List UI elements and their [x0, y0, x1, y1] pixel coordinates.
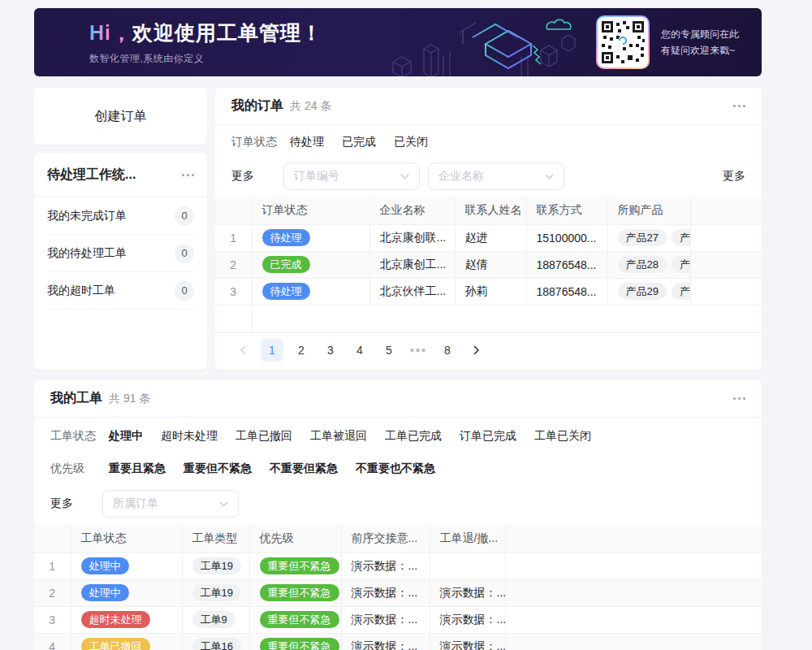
banner-title-hi: Hi	[89, 21, 111, 44]
pagination-page-5[interactable]: 5	[378, 339, 400, 362]
filter-option-important-not-urgent[interactable]: 重要但不紧急	[184, 462, 252, 476]
qr-code[interactable]	[596, 15, 650, 69]
stats-card-title: 待处理工作统...	[47, 167, 136, 184]
row-index: 1	[215, 224, 252, 251]
pagination-page-4[interactable]: 4	[348, 339, 371, 362]
retreat-cell	[430, 552, 505, 579]
filter-option-returned[interactable]: 工单被退回	[310, 429, 367, 444]
ticket-row[interactable]: 3 超时未处理 工单9 重要但不紧急 演示数据：... 演示数据：...	[34, 606, 762, 633]
order-row[interactable]: 1 待处理 北京康创联... 赵进 15100000... 产品27产	[215, 224, 762, 251]
pagination-page-2[interactable]: 2	[290, 339, 313, 362]
orders-more-right-link[interactable]: 更多	[723, 169, 745, 184]
pagination-ellipsis-icon[interactable]: ●●●	[407, 339, 430, 362]
row-index: 4	[34, 633, 71, 650]
contact-cell: 赵进	[455, 224, 526, 251]
orders-panel-title: 我的订单	[231, 98, 283, 115]
product-tag-clipped: 产	[672, 256, 690, 273]
extra-cell	[690, 251, 762, 278]
priority-badge: 重要但不紧急	[260, 557, 339, 574]
extra-cell	[505, 579, 762, 606]
stat-item-unfinished-orders[interactable]: 我的未完成订单 0	[47, 197, 194, 235]
product-tag: 产品28	[618, 256, 667, 273]
my-orders-panel: 我的订单 共 24 条 订单状态 待处理 已完成 已关闭 更多 订单编号	[215, 88, 762, 370]
order-number-select[interactable]: 订单编号	[283, 162, 420, 190]
stat-count-badge: 0	[175, 206, 194, 226]
more-icon[interactable]	[733, 394, 745, 403]
filter-option-completed[interactable]: 已完成	[342, 135, 376, 150]
orders-table-empty-row	[215, 306, 762, 333]
banner-title: Hi，欢迎使用工单管理！	[89, 20, 322, 46]
parent-order-select[interactable]: 所属订单	[102, 490, 239, 518]
banner-consultant-block: 您的专属顾问在此 有疑问欢迎来戳~	[596, 15, 739, 69]
stat-label: 我的未完成订单	[47, 209, 127, 223]
filter-option-withdrawn[interactable]: 工单已撤回	[235, 429, 292, 444]
filter-option-ticket-done[interactable]: 工单已完成	[385, 429, 442, 444]
orders-table: 订单状态 企业名称 联系人姓名 联系方式 所购产品 1 待处理 北京康创联...…	[215, 197, 762, 306]
pending-work-stats-card: 待处理工作统... 我的未完成订单 0 我的待处理工单 0 我的超时工单 0	[34, 153, 207, 370]
tickets-panel-count: 共 91 条	[109, 392, 150, 406]
priority-filter-row: 优先级 重要且紧急 重要但不紧急 不重要但紧急 不重要也不紧急	[34, 450, 762, 483]
stat-label: 我的待处理工单	[47, 246, 127, 261]
banner-title-rest: 欢迎使用工单管理！	[132, 21, 322, 44]
consultant-text: 您的专属顾问在此 有疑问欢迎来戳~	[661, 26, 739, 58]
filter-option-processing[interactable]: 处理中	[109, 429, 143, 444]
banner-subtitle: 数智化管理,系统由你定义	[89, 52, 322, 66]
consultant-text-line2: 有疑问欢迎来戳~	[661, 42, 739, 58]
qr-code-image	[600, 20, 646, 65]
filter-option-ticket-closed[interactable]: 工单已关闭	[534, 429, 591, 444]
filter-option-not-important-urgent[interactable]: 不重要但紧急	[270, 462, 338, 476]
ticket-row[interactable]: 2 处理中 工单19 重要但不紧急 演示数据：... 演示数据：...	[34, 579, 762, 606]
filter-option-order-done[interactable]: 订单已完成	[460, 429, 516, 444]
ticket-row[interactable]: 1 处理中 工单19 重要但不紧急 演示数据：...	[34, 552, 762, 579]
col-retreat: 工单退/撤...	[430, 525, 505, 552]
filter-option-overtime[interactable]: 超时未处理	[161, 429, 218, 444]
stat-item-pending-tickets[interactable]: 我的待处理工单 0	[47, 235, 194, 272]
row-index: 2	[34, 579, 71, 606]
extra-cell	[505, 552, 762, 579]
extra-cell	[505, 606, 762, 633]
col-handover: 前序交接意...	[341, 525, 430, 552]
filter-option-pending[interactable]: 待处理	[290, 135, 324, 150]
stat-item-overtime-tickets[interactable]: 我的超时工单 0	[47, 272, 194, 310]
orders-more-label[interactable]: 更多	[231, 169, 283, 184]
more-icon[interactable]	[733, 102, 745, 110]
pagination-page-3[interactable]: 3	[319, 339, 342, 362]
filter-option-not-important-not-urgent[interactable]: 不重要也不紧急	[356, 462, 435, 476]
phone-cell: 18876548...	[526, 278, 607, 305]
row-index: 3	[215, 278, 252, 305]
create-order-button[interactable]: 创建订单	[34, 88, 207, 145]
contact-cell: 孙莉	[455, 278, 526, 305]
order-status-filter-row: 订单状态 待处理 已完成 已关闭	[215, 125, 762, 156]
order-row[interactable]: 3 待处理 北京伙伴工... 孙莉 18876548... 产品29产	[215, 278, 762, 305]
product-tag: 产品27	[618, 229, 667, 246]
col-order-status: 订单状态	[252, 197, 369, 224]
row-index: 2	[215, 251, 252, 278]
col-extra	[505, 525, 762, 552]
ticket-status-filter-row: 工单状态 处理中 超时未处理 工单已撤回 工单被退回 工单已完成 订单已完成 工…	[34, 418, 762, 450]
filter-option-closed[interactable]: 已关闭	[394, 135, 428, 150]
filter-option-important-urgent[interactable]: 重要且紧急	[109, 462, 166, 476]
ticket-row[interactable]: 4 工单已撤回 工单16 重要但不紧急 演示数据：... 演示数据：...	[34, 633, 762, 650]
row-index: 3	[34, 606, 71, 633]
status-badge: 已完成	[262, 256, 310, 273]
pagination-page-1[interactable]: 1	[261, 339, 283, 362]
tickets-more-label[interactable]: 更多	[50, 496, 102, 511]
pagination-page-8[interactable]: 8	[436, 339, 459, 362]
status-badge: 处理中	[81, 557, 129, 574]
retreat-cell: 演示数据：...	[430, 606, 505, 633]
priority-badge: 重要但不紧急	[260, 638, 339, 650]
extra-cell	[505, 633, 762, 650]
chevron-down-icon	[545, 174, 554, 180]
company-cell: 北京康创联...	[369, 224, 455, 251]
col-contact-name: 联系人姓名	[455, 197, 526, 224]
banner-text-block: Hi，欢迎使用工单管理！ 数智化管理,系统由你定义	[34, 20, 322, 66]
company-name-select[interactable]: 企业名称	[428, 162, 564, 190]
col-ticket-status: 工单状态	[71, 525, 182, 552]
orders-more-row: 更多 订单编号 企业名称 更多	[215, 156, 762, 197]
pagination-prev-icon[interactable]	[231, 339, 254, 362]
pagination-next-icon[interactable]	[465, 339, 488, 362]
order-row[interactable]: 2 已完成 北京康创工... 赵倩 18876548... 产品28产	[215, 251, 762, 278]
col-products: 所购产品	[607, 197, 690, 224]
more-icon[interactable]	[182, 171, 194, 180]
chevron-down-icon	[400, 174, 409, 180]
